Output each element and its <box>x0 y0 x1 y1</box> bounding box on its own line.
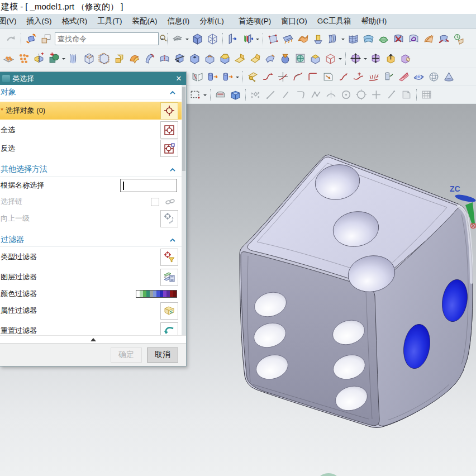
fan-surface-icon[interactable] <box>396 70 411 84</box>
revolve-caret[interactable] <box>235 72 240 83</box>
join-curve-icon[interactable] <box>336 70 351 84</box>
flange-icon[interactable] <box>127 51 142 66</box>
intersection-point-icon[interactable] <box>275 70 291 84</box>
circle-icon[interactable] <box>354 88 369 102</box>
menu-help[interactable]: 帮助(H) <box>356 15 392 28</box>
dialog-scrollbar[interactable] <box>182 85 186 335</box>
find-command-box[interactable] <box>55 32 159 45</box>
attribute-filter-button[interactable] <box>160 302 178 320</box>
sphere-funnel-icon[interactable] <box>278 51 293 66</box>
diagonal-line-icon[interactable] <box>384 88 399 102</box>
bounding-box-offset-icon[interactable] <box>97 51 112 66</box>
move-face-icon[interactable] <box>348 51 363 66</box>
pattern-geometry-icon[interactable] <box>16 51 31 66</box>
section-view-icon[interactable] <box>170 32 185 46</box>
tube-icon[interactable] <box>213 88 228 102</box>
redo-icon[interactable] <box>3 32 18 46</box>
section-other-methods-header[interactable]: 其他选择方法 <box>0 162 182 177</box>
project-curve-icon[interactable] <box>351 70 366 84</box>
pad-icon[interactable] <box>112 51 127 66</box>
sew-icon[interactable] <box>157 51 172 66</box>
through-curves-icon[interactable] <box>326 32 341 46</box>
sketch-caret[interactable] <box>61 53 66 64</box>
select-chain-checkbox[interactable] <box>151 198 159 206</box>
menu-information[interactable]: 信息(I) <box>163 15 195 28</box>
circle-point-icon[interactable] <box>339 88 354 102</box>
datum-key-icon[interactable] <box>245 70 260 84</box>
menu-analysis[interactable]: 分析(L) <box>194 15 229 28</box>
mirror-display-icon[interactable] <box>190 70 205 84</box>
select-object-button[interactable] <box>160 102 178 120</box>
through-curve-mesh-icon[interactable] <box>66 51 82 66</box>
sheet-corner-icon[interactable] <box>399 88 414 102</box>
shaded-view-icon[interactable] <box>190 32 205 46</box>
arc-icon[interactable] <box>323 88 339 102</box>
fold-icon[interactable] <box>247 51 263 66</box>
up-one-level-button[interactable] <box>160 210 178 227</box>
mirror-feature-icon[interactable] <box>31 51 46 66</box>
offset-region-icon[interactable] <box>383 51 398 66</box>
plus-icon[interactable] <box>369 88 384 102</box>
reset-filter-button[interactable] <box>160 322 178 336</box>
replace-face-icon[interactable] <box>398 51 413 66</box>
layer-filter-button[interactable] <box>160 269 178 286</box>
pull-face-icon[interactable] <box>368 51 383 66</box>
polyline-icon[interactable] <box>308 88 323 102</box>
shell-icon[interactable] <box>323 51 338 66</box>
menu-window[interactable]: 窗口(O) <box>276 15 312 28</box>
cancel-button[interactable]: 取消 <box>147 348 178 363</box>
dialog-collapse-strip[interactable] <box>0 335 186 343</box>
curve-mesh-surface-icon[interactable] <box>346 32 361 46</box>
swept-blade-icon[interactable] <box>142 51 157 66</box>
surface-group-caret[interactable] <box>255 34 260 45</box>
sheet-direction-icon[interactable] <box>321 70 336 84</box>
i-form-icon[interactable] <box>406 32 421 46</box>
type-filter-button[interactable] <box>160 249 178 266</box>
view-style-caret[interactable] <box>185 34 190 45</box>
extension-surface-icon[interactable] <box>436 32 451 46</box>
corner-curve-icon[interactable] <box>306 70 321 84</box>
four-point-surface-icon[interactable] <box>265 32 280 46</box>
through-curves-caret[interactable] <box>341 34 346 45</box>
menu-gc-toolbox[interactable]: GC工具箱 <box>312 15 356 28</box>
divide-face-icon[interactable] <box>293 51 308 66</box>
extrude-sheet-icon[interactable] <box>225 32 240 46</box>
open-box-icon[interactable] <box>228 88 243 102</box>
line-alt-icon[interactable] <box>278 88 293 102</box>
window-layout-icon[interactable] <box>39 32 54 46</box>
revolve-icon[interactable] <box>205 70 220 84</box>
stamp-icon[interactable] <box>308 51 323 66</box>
x-form-icon[interactable] <box>391 32 406 46</box>
swept-surface-icon[interactable] <box>296 32 311 46</box>
dialog-title-bar[interactable]: 类选择 ✕ <box>0 72 186 85</box>
ok-button[interactable]: 确定 <box>111 348 142 363</box>
trim-body-icon[interactable] <box>172 51 187 66</box>
emboss-icon[interactable] <box>202 51 217 66</box>
section-filters-header[interactable]: 过滤器 <box>0 232 182 247</box>
grid-icon[interactable] <box>419 88 434 102</box>
move-face-caret[interactable] <box>363 53 368 64</box>
invert-selection-button[interactable] <box>160 140 178 157</box>
law-extension-icon[interactable] <box>421 32 436 46</box>
orbit-rotate-icon[interactable] <box>23 32 39 46</box>
bridge-curve-icon[interactable] <box>260 70 275 84</box>
extruded-surface-icon[interactable] <box>311 32 326 46</box>
cone-icon[interactable] <box>441 70 456 84</box>
color-filter-strip[interactable] <box>136 290 177 298</box>
menu-insert[interactable]: 插入(S) <box>22 15 57 28</box>
close-icon[interactable]: ✕ <box>173 73 185 84</box>
marquee-select-icon[interactable] <box>188 88 203 102</box>
studio-surface-icon[interactable] <box>361 32 376 46</box>
extract-curve-icon[interactable] <box>381 70 396 84</box>
section-curve-icon[interactable] <box>291 70 306 84</box>
surface-analysis-icon[interactable] <box>451 32 467 46</box>
sketch-shapes-icon[interactable] <box>46 51 61 66</box>
bend-surface-icon[interactable] <box>263 51 278 66</box>
line-icon[interactable] <box>263 88 278 102</box>
menu-preferences[interactable]: 首选项(P) <box>234 15 277 28</box>
section-objects-header[interactable]: 对象 <box>0 85 182 99</box>
find-command-input[interactable] <box>55 35 158 43</box>
menu-format[interactable]: 格式(R) <box>57 15 93 28</box>
shell-caret[interactable] <box>338 53 343 64</box>
chamfer-icon[interactable] <box>217 51 232 66</box>
